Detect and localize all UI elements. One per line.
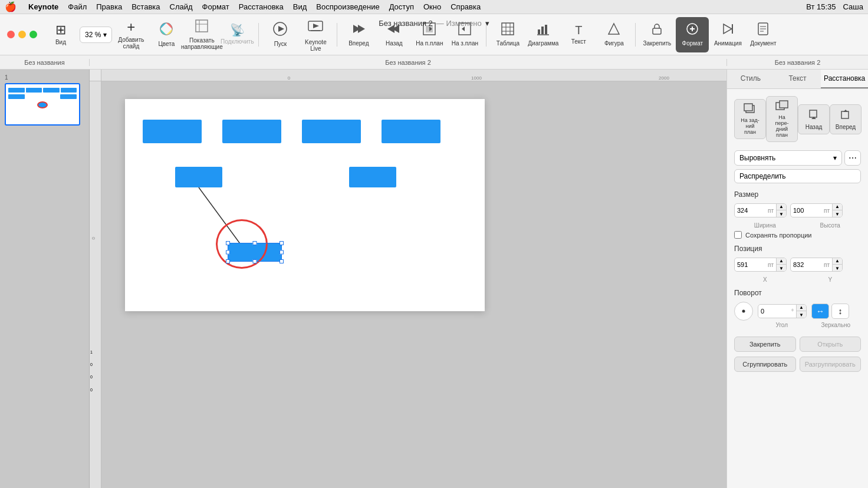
mirror-h-button[interactable]: ↔: [811, 304, 829, 319]
shape-rect-2[interactable]: [222, 120, 281, 143]
y-stepper[interactable]: ▲ ▼: [832, 258, 842, 272]
handle-tc[interactable]: [253, 241, 257, 245]
lock-button[interactable]: Закрепить: [734, 337, 796, 352]
menu-arrange[interactable]: Расстановка: [239, 2, 284, 11]
handle-bc[interactable]: [253, 259, 257, 263]
handle-br[interactable]: [280, 259, 284, 263]
shape-rect-5[interactable]: [175, 167, 222, 187]
move-forward-button[interactable]: Вперед: [830, 104, 862, 134]
x-input-group[interactable]: пт ▲ ▼: [734, 258, 787, 272]
height-down[interactable]: ▼: [833, 210, 842, 217]
angle-input[interactable]: [758, 308, 789, 315]
document-button[interactable]: Документ: [747, 17, 780, 52]
handle-bl[interactable]: [226, 259, 230, 263]
align-dropdown-arrow: ▾: [833, 154, 837, 162]
dropdown-arrow[interactable]: ▾: [485, 19, 489, 28]
ungroup-button[interactable]: Разгруппировать: [800, 357, 862, 372]
x-up[interactable]: ▲: [777, 258, 786, 265]
menu-slide[interactable]: Слайд: [170, 2, 193, 11]
menu-window[interactable]: Окно: [423, 2, 441, 11]
lock-toolbar-button[interactable]: Закрепить: [640, 17, 673, 52]
group-button[interactable]: Сгруппировать: [734, 357, 796, 372]
chart-button[interactable]: Диаграмма: [527, 17, 560, 52]
menu-view[interactable]: Вид: [293, 2, 307, 11]
height-input-group[interactable]: пт ▲ ▼: [790, 203, 843, 217]
keynote-live-button[interactable]: Keynote Live: [299, 17, 332, 52]
format-button[interactable]: Формат: [676, 17, 709, 52]
slide-thumbnail[interactable]: [5, 83, 80, 126]
tab-arrange[interactable]: Расстановка: [821, 70, 868, 88]
view-button[interactable]: ⊞ Вид: [44, 17, 77, 52]
tab-style[interactable]: Стиль: [727, 70, 774, 88]
shape-rect-1[interactable]: [143, 120, 202, 143]
width-input-group[interactable]: пт ▲ ▼: [734, 203, 787, 217]
menu-edit[interactable]: Правка: [96, 2, 122, 11]
minimize-btn[interactable]: [18, 31, 26, 38]
figure-button[interactable]: Фигура: [597, 17, 630, 52]
table-button[interactable]: Таблица: [491, 17, 524, 52]
canvas-area[interactable]: 0 1000 2000 0 1 0 0 0: [90, 70, 726, 488]
y-input[interactable]: [791, 261, 821, 268]
angle-label: Угол: [757, 322, 807, 328]
tab-text[interactable]: Текст: [774, 70, 821, 88]
y-up[interactable]: ▲: [833, 258, 842, 265]
y-down[interactable]: ▼: [833, 265, 842, 272]
width-stepper[interactable]: ▲ ▼: [776, 203, 786, 217]
rotation-dial[interactable]: [734, 302, 753, 321]
keep-proportions-checkbox[interactable]: [734, 231, 742, 239]
angle-stepper[interactable]: ▲ ▼: [796, 304, 806, 318]
move-back-button[interactable]: Назад: [798, 104, 830, 134]
slide-canvas[interactable]: [125, 99, 485, 311]
width-up[interactable]: ▲: [777, 203, 786, 210]
play-button[interactable]: Пуск: [264, 17, 297, 52]
unlock-button[interactable]: Открыть: [800, 337, 862, 352]
menu-insert[interactable]: Вставка: [131, 2, 160, 11]
svg-rect-23: [538, 29, 540, 34]
send-back-button[interactable]: На зад-ний план: [734, 99, 766, 139]
height-input[interactable]: [791, 207, 821, 214]
align-extra-btn[interactable]: ⋯: [844, 150, 861, 166]
scale-selector[interactable]: 32 % ▾: [80, 27, 112, 43]
svg-rect-18: [502, 23, 514, 35]
connect-button[interactable]: 📡 Подключить: [221, 17, 254, 52]
height-stepper[interactable]: ▲ ▼: [832, 203, 842, 217]
animation-button[interactable]: Анимация: [711, 17, 744, 52]
shape-rect-3[interactable]: [302, 120, 361, 143]
close-btn[interactable]: [7, 31, 15, 38]
align-dropdown[interactable]: Выровнять ▾: [734, 150, 842, 166]
guides-button[interactable]: Показать направляющие: [185, 17, 218, 52]
shape-rect-4[interactable]: [382, 120, 440, 143]
colors-button[interactable]: Цвета: [150, 17, 183, 52]
menu-play[interactable]: Воспроизведение: [316, 2, 379, 11]
x-input[interactable]: [735, 261, 765, 268]
shape-rect-6[interactable]: [349, 167, 396, 187]
menu-access[interactable]: Доступ: [389, 2, 414, 11]
mirror-v-button[interactable]: ↕: [831, 304, 849, 319]
menu-file[interactable]: Файл: [68, 2, 87, 11]
apple-menu[interactable]: 🍎: [5, 1, 17, 12]
y-input-group[interactable]: пт ▲ ▼: [790, 258, 843, 272]
menu-format[interactable]: Формат: [202, 2, 229, 11]
menu-keynote[interactable]: Keynote: [28, 2, 58, 11]
handle-tr[interactable]: [280, 241, 284, 245]
angle-input-group[interactable]: ° ▲ ▼: [758, 304, 807, 318]
width-down[interactable]: ▼: [777, 210, 786, 217]
menu-help[interactable]: Справка: [451, 2, 481, 11]
bring-front-button[interactable]: На пере-дний план: [766, 96, 798, 142]
angle-down[interactable]: ▼: [797, 311, 806, 318]
distribute-dropdown[interactable]: Распределить: [734, 169, 861, 183]
handle-tl[interactable]: [226, 241, 230, 245]
x-stepper[interactable]: ▲ ▼: [776, 258, 786, 272]
add-slide-button[interactable]: + Добавить слайд: [114, 17, 147, 52]
angle-up[interactable]: ▲: [797, 304, 806, 311]
text-button[interactable]: T Текст: [562, 17, 595, 52]
x-down[interactable]: ▼: [777, 265, 786, 272]
height-up[interactable]: ▲: [833, 203, 842, 210]
handle-ml[interactable]: [226, 250, 230, 255]
width-input[interactable]: [735, 207, 765, 214]
ruler-horizontal: 0 1000 2000: [101, 70, 726, 81]
handle-mr[interactable]: [280, 250, 284, 255]
maximize-btn[interactable]: [29, 31, 37, 38]
forward-button[interactable]: Вперед: [342, 17, 375, 52]
keep-proportions-row: Сохранять пропорции: [734, 231, 861, 239]
